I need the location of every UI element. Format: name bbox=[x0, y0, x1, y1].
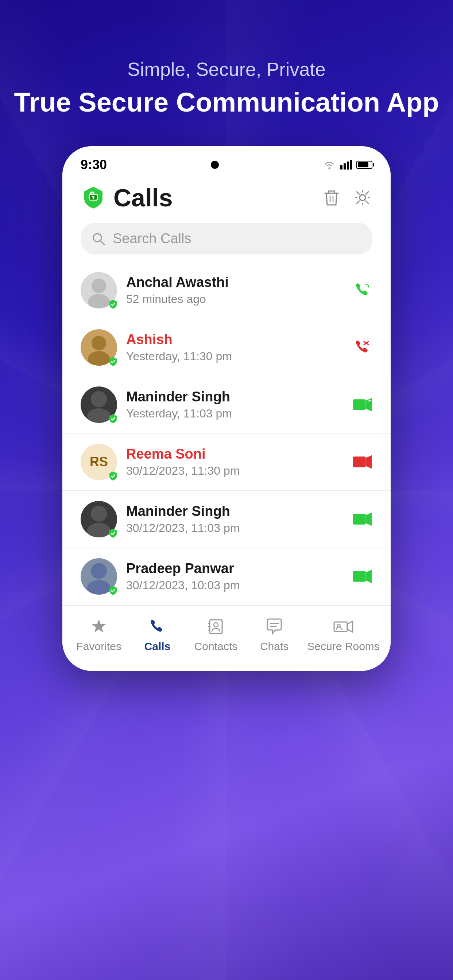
svg-marker-28 bbox=[366, 455, 372, 469]
wifi-icon bbox=[323, 160, 336, 170]
favorites-icon bbox=[89, 617, 109, 636]
bottom-nav: Favorites Calls bbox=[62, 605, 391, 671]
caller-name: Anchal Awasthi bbox=[126, 275, 343, 290]
avatar-wrap bbox=[81, 558, 117, 595]
call-type-icon[interactable] bbox=[353, 280, 372, 301]
delete-button[interactable] bbox=[321, 188, 341, 208]
svg-point-0 bbox=[329, 168, 330, 170]
status-icons bbox=[323, 160, 372, 170]
svg-rect-31 bbox=[353, 514, 366, 525]
hero-title: True Secure Communication App bbox=[14, 88, 439, 117]
avatar-wrap bbox=[81, 272, 117, 309]
svg-rect-35 bbox=[353, 571, 366, 582]
call-time: Yesterday, 11:03 pm bbox=[126, 407, 343, 420]
search-bar[interactable]: Search Calls bbox=[81, 223, 372, 255]
app-title: Calls bbox=[113, 183, 173, 212]
svg-rect-25 bbox=[353, 399, 366, 410]
call-type-icon[interactable] bbox=[353, 337, 372, 358]
call-item[interactable]: Pradeep Panwar 30/12/2023, 10:03 pm bbox=[62, 548, 391, 605]
svg-point-19 bbox=[91, 336, 106, 350]
svg-point-33 bbox=[91, 563, 107, 579]
call-time: 30/12/2023, 11:03 pm bbox=[126, 521, 343, 535]
call-time: 52 minutes ago bbox=[126, 293, 343, 306]
battery-icon bbox=[356, 161, 372, 169]
nav-item-calls[interactable]: Calls bbox=[132, 617, 183, 652]
nav-label-contacts: Contacts bbox=[195, 640, 238, 652]
call-info: Maninder Singh Yesterday, 11:03 pm bbox=[126, 389, 343, 420]
status-bar: 9:30 bbox=[62, 146, 391, 176]
settings-button[interactable] bbox=[353, 188, 372, 208]
avatar-shield-icon bbox=[108, 528, 118, 539]
svg-point-30 bbox=[87, 523, 110, 538]
svg-point-16 bbox=[91, 278, 106, 293]
search-bar-container: Search Calls bbox=[62, 219, 391, 262]
caller-name: Pradeep Panwar bbox=[126, 561, 343, 576]
avatar-shield-icon bbox=[108, 471, 118, 482]
avatar-shield-icon bbox=[108, 414, 118, 425]
svg-point-34 bbox=[87, 580, 110, 595]
notch-dot bbox=[211, 161, 219, 169]
svg-rect-4 bbox=[350, 160, 352, 170]
svg-rect-1 bbox=[340, 165, 343, 170]
caller-name: Maninder Singh bbox=[126, 503, 343, 519]
svg-point-23 bbox=[91, 391, 107, 407]
avatar-shield-icon bbox=[108, 299, 118, 310]
signal-icon bbox=[340, 160, 352, 170]
call-item[interactable]: Maninder Singh 30/12/2023, 11:03 pm bbox=[62, 491, 391, 548]
svg-point-42 bbox=[214, 623, 218, 627]
call-list: Anchal Awasthi 52 minutes ago bbox=[62, 262, 391, 605]
nav-label-calls: Calls bbox=[144, 640, 171, 652]
svg-marker-46 bbox=[347, 621, 353, 632]
secure-rooms-icon bbox=[333, 617, 353, 636]
nav-item-chats[interactable]: Chats bbox=[249, 617, 300, 652]
svg-point-20 bbox=[88, 351, 110, 366]
call-info: Ashish Yesterday, 11:30 pm bbox=[126, 332, 343, 363]
status-time: 9:30 bbox=[81, 157, 107, 172]
hero-section: Simple, Secure, Private True Secure Comm… bbox=[14, 58, 439, 117]
call-type-icon[interactable] bbox=[353, 566, 372, 587]
nav-item-favorites[interactable]: Favorites bbox=[73, 617, 124, 652]
call-info: Maninder Singh 30/12/2023, 11:03 pm bbox=[126, 503, 343, 535]
avatar-shield-icon bbox=[108, 585, 118, 596]
call-info: Reema Soni 30/12/2023, 11:30 pm bbox=[126, 446, 343, 477]
search-icon bbox=[91, 232, 105, 246]
nav-label-secure-rooms: Secure Rooms bbox=[307, 640, 379, 652]
svg-marker-32 bbox=[366, 512, 372, 526]
avatar-wrap bbox=[81, 329, 117, 366]
svg-rect-2 bbox=[344, 163, 346, 170]
app-title-group: Calls bbox=[81, 183, 173, 212]
avatar-wrap bbox=[81, 501, 117, 538]
nav-label-favorites: Favorites bbox=[76, 640, 121, 652]
svg-line-15 bbox=[100, 240, 104, 245]
svg-point-17 bbox=[88, 294, 110, 309]
call-item[interactable]: Maninder Singh Yesterday, 11:03 pm bbox=[62, 376, 391, 433]
app-header: Calls bbox=[62, 176, 391, 219]
nav-item-contacts[interactable]: Contacts bbox=[190, 617, 241, 652]
caller-name: Reema Soni bbox=[126, 446, 343, 462]
shield-logo bbox=[81, 185, 106, 210]
call-type-icon[interactable] bbox=[353, 452, 372, 472]
call-time: Yesterday, 11:30 pm bbox=[126, 350, 343, 363]
phone-frame: 9:30 bbox=[62, 146, 391, 671]
call-item[interactable]: Anchal Awasthi 52 minutes ago bbox=[62, 262, 391, 319]
call-time: 30/12/2023, 11:30 pm bbox=[126, 464, 343, 477]
avatar-shield-icon bbox=[108, 356, 118, 367]
calls-icon bbox=[147, 617, 167, 636]
caller-name: Maninder Singh bbox=[126, 389, 343, 405]
svg-marker-37 bbox=[92, 619, 106, 633]
call-item[interactable]: Ashish Yesterday, 11:30 pm bbox=[62, 319, 391, 376]
nav-label-chats: Chats bbox=[260, 640, 289, 652]
svg-rect-45 bbox=[334, 622, 347, 632]
call-type-icon[interactable] bbox=[353, 509, 372, 530]
svg-marker-36 bbox=[366, 570, 372, 583]
svg-rect-27 bbox=[353, 457, 366, 468]
call-type-icon[interactable] bbox=[353, 395, 372, 415]
chats-icon bbox=[265, 617, 284, 636]
nav-item-secure-rooms[interactable]: Secure Rooms bbox=[307, 617, 379, 652]
call-time: 30/12/2023, 10:03 pm bbox=[126, 579, 343, 592]
avatar-wrap: RS bbox=[81, 444, 117, 480]
svg-point-29 bbox=[91, 506, 107, 522]
call-info: Anchal Awasthi 52 minutes ago bbox=[126, 275, 343, 306]
call-item[interactable]: RS Reema Soni 30/12/2023, 11:30 pm bbox=[62, 433, 391, 491]
hero-subtitle: Simple, Secure, Private bbox=[14, 58, 439, 80]
